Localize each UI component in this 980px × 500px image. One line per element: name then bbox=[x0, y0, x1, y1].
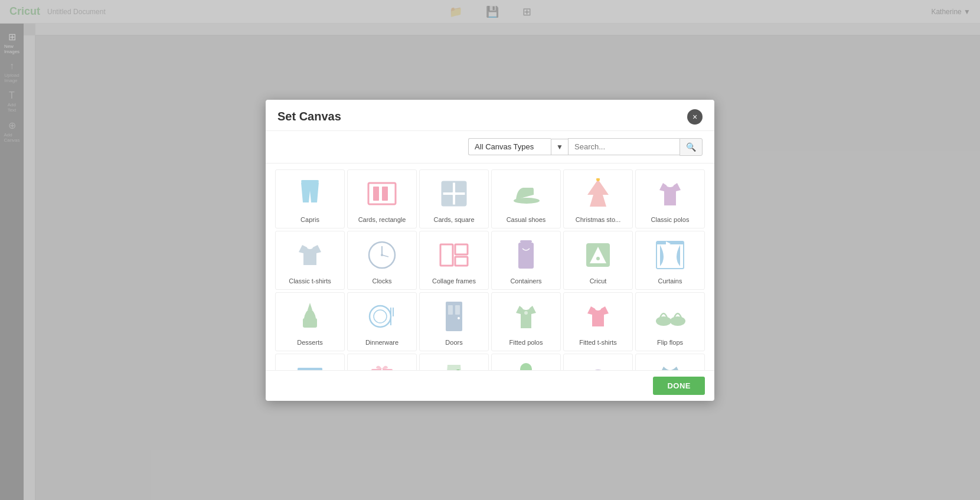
polos-icon bbox=[654, 175, 687, 213]
svg-point-29 bbox=[370, 306, 391, 327]
grid-item-label-capris: Capris bbox=[300, 216, 319, 224]
capris-icon bbox=[293, 175, 326, 213]
grid-item-label-curtains: Curtains bbox=[658, 277, 682, 285]
svg-rect-19 bbox=[520, 240, 532, 243]
svg-rect-7 bbox=[442, 195, 453, 205]
svg-rect-8 bbox=[455, 195, 466, 205]
grid-item-tshirt[interactable]: Classic t-shirts bbox=[275, 231, 345, 290]
grid-item-gifts[interactable]: Gifts bbox=[347, 354, 417, 370]
fitted-tshirts-icon bbox=[582, 298, 615, 335]
grid-item-fitted-polos[interactable]: Fitted polos bbox=[491, 292, 561, 351]
svg-rect-3 bbox=[382, 187, 388, 201]
christmas-icon bbox=[582, 175, 615, 213]
tshirt-icon bbox=[293, 236, 326, 274]
grid-item-desserts[interactable]: Desserts bbox=[275, 292, 345, 351]
grid-item-label-cards-sq: Cards, square bbox=[433, 216, 474, 224]
glassware-icon bbox=[437, 359, 471, 370]
grid-item-polos[interactable]: Classic polos bbox=[635, 169, 705, 228]
grid-item-hats[interactable]: Hats bbox=[563, 354, 633, 370]
grid-item-label-cards-rect: Cards, rectangle bbox=[358, 216, 406, 224]
dropdown-arrow-button[interactable]: ▼ bbox=[551, 139, 568, 155]
doors-icon bbox=[437, 298, 471, 335]
svg-rect-18 bbox=[455, 257, 468, 266]
grid-item-flipflops[interactable]: Flip flops bbox=[635, 292, 705, 351]
set-canvas-modal: Set Canvas × All Canvas Types ▼ 🔍 Capris… bbox=[266, 100, 714, 401]
grid-item-frames[interactable]: Collage frames bbox=[419, 231, 489, 290]
grid-item-containers[interactable]: Containers bbox=[491, 231, 561, 290]
filter-bar: All Canvas Types ▼ 🔍 bbox=[266, 131, 714, 164]
search-button[interactable]: 🔍 bbox=[680, 138, 703, 156]
modal-header: Set Canvas × bbox=[266, 100, 714, 131]
svg-point-37 bbox=[524, 311, 528, 315]
svg-point-39 bbox=[670, 316, 685, 326]
containers-icon bbox=[509, 236, 543, 274]
svg-rect-2 bbox=[373, 187, 379, 201]
svg-rect-5 bbox=[442, 182, 453, 192]
grid-item-furniture[interactable]: Furniture bbox=[275, 354, 345, 370]
svg-point-15 bbox=[381, 254, 383, 256]
grid-item-label-cricut: Cricut bbox=[590, 277, 607, 285]
cards-rect-icon bbox=[365, 175, 398, 213]
grid-item-label-shoes: Casual shoes bbox=[507, 216, 546, 224]
grid-item-golf[interactable]: Golf bbox=[491, 354, 561, 370]
svg-point-36 bbox=[458, 317, 460, 319]
grid-item-hoodies[interactable]: Hoodies bbox=[635, 354, 705, 370]
grid-item-label-desserts: Desserts bbox=[297, 339, 322, 347]
hats-icon bbox=[582, 359, 615, 370]
svg-rect-35 bbox=[455, 305, 460, 315]
cricut-icon bbox=[582, 236, 615, 274]
fitted-polos-icon bbox=[509, 298, 543, 335]
svg-point-30 bbox=[374, 310, 387, 323]
grid-item-label-tshirt: Classic t-shirts bbox=[289, 277, 331, 285]
grid-item-fitted-tshirts[interactable]: Fitted t-shirts bbox=[563, 292, 633, 351]
modal-title: Set Canvas bbox=[277, 110, 341, 123]
grid-item-label-fitted-polos: Fitted polos bbox=[509, 339, 543, 347]
grid-item-glassware[interactable]: Glassware bbox=[419, 354, 489, 370]
golf-icon bbox=[509, 359, 543, 370]
frames-icon bbox=[437, 236, 471, 274]
grid-item-cards-rect[interactable]: Cards, rectangle bbox=[347, 169, 417, 228]
flipflops-icon bbox=[654, 298, 687, 335]
desserts-icon bbox=[293, 298, 326, 335]
grid-item-dinnerware[interactable]: Dinnerware bbox=[347, 292, 417, 351]
gifts-icon bbox=[365, 359, 398, 370]
svg-point-38 bbox=[656, 316, 671, 326]
grid-item-label-frames: Collage frames bbox=[432, 277, 476, 285]
close-button[interactable]: × bbox=[687, 109, 703, 125]
canvas-grid: CaprisCards, rectangleCards, squareCasua… bbox=[275, 169, 705, 370]
grid-item-shoes[interactable]: Casual shoes bbox=[491, 169, 561, 228]
grid-item-label-containers: Containers bbox=[510, 277, 541, 285]
grid-item-doors[interactable]: Doors bbox=[419, 292, 489, 351]
svg-rect-20 bbox=[518, 243, 534, 269]
svg-rect-17 bbox=[455, 244, 468, 254]
svg-point-50 bbox=[520, 363, 532, 370]
svg-marker-28 bbox=[308, 303, 312, 310]
hoodies-icon bbox=[654, 359, 687, 370]
grid-container: CaprisCards, rectangleCards, squareCasua… bbox=[266, 164, 714, 370]
grid-item-label-polos: Classic polos bbox=[651, 216, 690, 224]
grid-item-curtains[interactable]: Curtains bbox=[635, 231, 705, 290]
svg-rect-16 bbox=[440, 244, 453, 266]
svg-point-23 bbox=[596, 257, 600, 260]
grid-item-label-flipflops: Flip flops bbox=[657, 339, 683, 347]
modal-overlay: Set Canvas × All Canvas Types ▼ 🔍 Capris… bbox=[0, 0, 980, 500]
grid-item-capris[interactable]: Capris bbox=[275, 169, 345, 228]
grid-item-cricut[interactable]: Cricut bbox=[563, 231, 633, 290]
svg-rect-0 bbox=[301, 180, 319, 182]
dinnerware-icon bbox=[365, 298, 398, 335]
grid-item-label-clock: Clocks bbox=[372, 277, 391, 285]
grid-item-label-dinnerware: Dinnerware bbox=[365, 339, 398, 347]
done-button[interactable]: DONE bbox=[653, 377, 705, 395]
search-input[interactable] bbox=[568, 138, 680, 155]
grid-item-cards-sq[interactable]: Cards, square bbox=[419, 169, 489, 228]
grid-item-clock[interactable]: Clocks bbox=[347, 231, 417, 290]
svg-rect-34 bbox=[448, 305, 453, 315]
canvas-type-select[interactable]: All Canvas Types bbox=[468, 138, 551, 155]
svg-marker-10 bbox=[587, 179, 609, 207]
cards-sq-icon bbox=[437, 175, 471, 213]
grid-item-christmas[interactable]: Christmas sto... bbox=[563, 169, 633, 228]
grid-item-label-fitted-tshirts: Fitted t-shirts bbox=[579, 339, 617, 347]
clock-icon bbox=[365, 236, 398, 274]
shoes-icon bbox=[509, 175, 543, 213]
svg-rect-27 bbox=[303, 318, 317, 328]
